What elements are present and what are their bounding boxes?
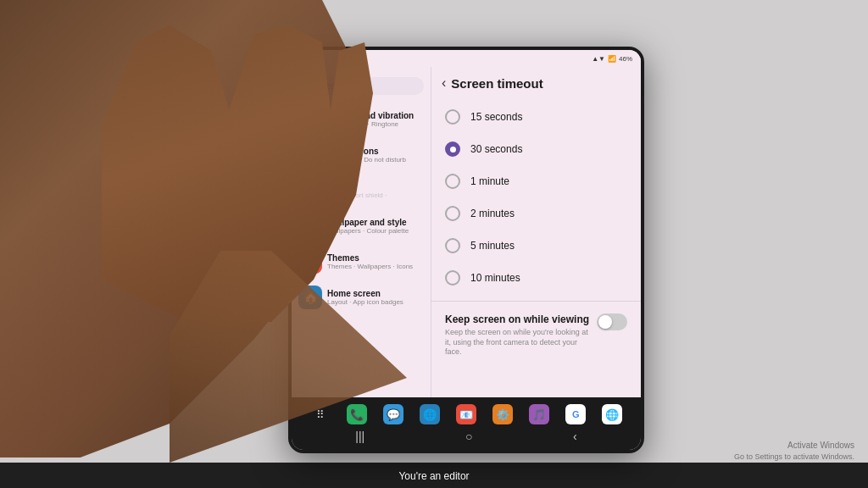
label-5m: 5 minutes [470, 240, 515, 252]
app-message-icon[interactable]: 💬 [383, 404, 403, 424]
keep-screen-toggle[interactable] [597, 313, 627, 330]
nav-bar: ⠿ 📞 💬 🌐 📧 ⚙️ 🎵 G 🌐 ||| ○ ‹ [292, 397, 641, 450]
app-settings2-icon[interactable]: ⚙️ [492, 404, 513, 424]
option-10-minutes[interactable]: 10 minutes [431, 262, 641, 294]
radio-10m [445, 270, 460, 286]
panel-header: ‹ Screen timeout [431, 67, 641, 97]
back-button[interactable]: ‹ [442, 75, 446, 91]
label-1m: 1 minute [470, 175, 509, 187]
label-15s: 15 seconds [470, 111, 522, 123]
themes-title: Themes [327, 253, 424, 263]
option-30-seconds[interactable]: 30 seconds [431, 133, 641, 165]
bottom-bar-text: You're an editor [398, 470, 469, 482]
windows-watermark: Activate Windows Go to Settings to activ… [734, 440, 854, 463]
option-1-minute[interactable]: 1 minute [431, 165, 641, 197]
app-email-icon[interactable]: 📧 [456, 404, 476, 424]
themes-text: Themes Themes · Wallpapers · Icons [327, 253, 424, 270]
app-icons-row: ⠿ 📞 💬 🌐 📧 ⚙️ 🎵 G 🌐 [298, 402, 634, 426]
keep-screen-title: Keep screen on while viewing [445, 313, 590, 325]
radio-5m [445, 238, 460, 253]
app-music-icon[interactable]: 🎵 [529, 404, 549, 424]
wifi-icon: 📶 [608, 55, 616, 63]
timeout-options-list: 15 seconds 30 seconds 1 minute 2 minutes [431, 97, 641, 297]
option-2-minutes[interactable]: 2 minutes [431, 197, 641, 230]
watermark-line2: Go to Settings to activate Windows. [734, 452, 854, 463]
app-browser-icon[interactable]: 🌐 [420, 404, 440, 424]
app-google-icon[interactable]: G [565, 404, 586, 424]
keep-screen-text: Keep screen on while viewing Keep the sc… [445, 313, 590, 358]
panel-title: Screen timeout [451, 76, 542, 91]
home-button[interactable]: ○ [465, 430, 472, 443]
divider [431, 301, 641, 302]
label-2m: 2 minutes [470, 208, 515, 219]
label-10m: 10 minutes [470, 272, 520, 284]
homescreen-subtitle: Layout · App icon badges [327, 298, 424, 306]
label-30s: 30 seconds [470, 143, 522, 155]
battery-level: 46% [619, 55, 632, 63]
app-phone-icon[interactable]: 📞 [347, 404, 367, 424]
bottom-bar: You're an editor [0, 463, 868, 488]
keep-screen-section: Keep screen on while viewing Keep the sc… [431, 305, 641, 366]
back-nav-button[interactable]: ‹ [573, 430, 577, 443]
nav-buttons-row: ||| ○ ‹ [298, 428, 634, 445]
option-15-seconds[interactable]: 15 seconds [431, 101, 641, 133]
themes-subtitle: Themes · Wallpapers · Icons [327, 263, 424, 270]
status-icons: ▲▼ 📶 46% [592, 55, 632, 63]
keep-screen-description: Keep the screen on while you're looking … [445, 328, 590, 358]
option-5-minutes[interactable]: 5 minutes [431, 230, 641, 262]
radio-30s [445, 141, 460, 157]
app-chrome-icon[interactable]: 🌐 [602, 404, 622, 424]
signal-icon: ▲▼ [592, 55, 605, 63]
screen-timeout-panel: ‹ Screen timeout 15 seconds 30 seconds [431, 67, 641, 397]
radio-15s [445, 109, 460, 125]
radio-1m [445, 174, 460, 189]
homescreen-title: Home screen [327, 289, 424, 298]
recent-apps-button[interactable]: ||| [355, 430, 364, 443]
homescreen-text: Home screen Layout · App icon badges [327, 289, 424, 306]
radio-2m [445, 206, 460, 221]
watermark-line1: Activate Windows [734, 440, 854, 452]
wallpaper-subtitle: Wallpapers · Colour palette [327, 227, 424, 235]
